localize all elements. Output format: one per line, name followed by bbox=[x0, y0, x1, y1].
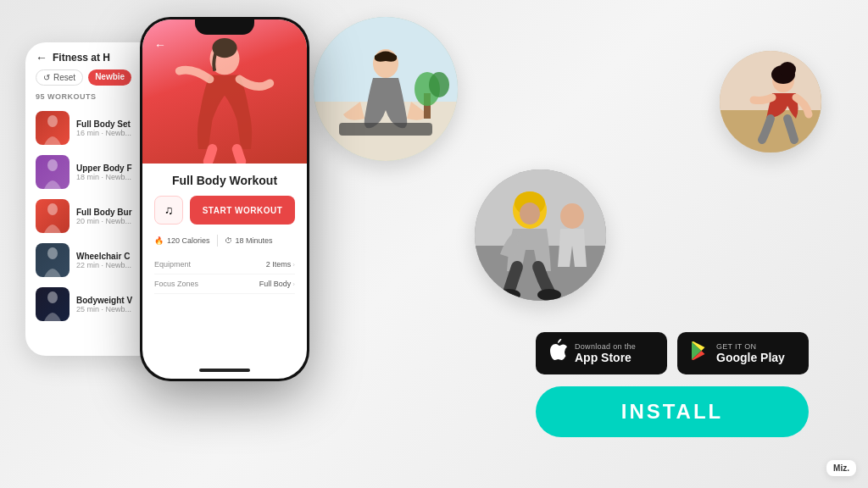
timer-icon: ⏱ bbox=[225, 236, 232, 245]
bg-phone-title: Fitness at H bbox=[53, 52, 110, 64]
equipment-label: Equipment bbox=[154, 260, 191, 269]
svg-point-4 bbox=[47, 291, 58, 303]
circle-image-yoga bbox=[314, 17, 458, 161]
fire-icon: 🔥 bbox=[154, 236, 164, 245]
google-play-button[interactable]: GET IT ON Google Play bbox=[677, 332, 809, 374]
install-button[interactable]: INSTALL bbox=[536, 386, 809, 437]
workout-thumb bbox=[36, 199, 70, 233]
start-workout-button[interactable]: START WORKOUT bbox=[190, 196, 295, 225]
reset-filter[interactable]: ↺ Reset bbox=[36, 69, 83, 86]
equipment-value: 2 Items bbox=[266, 260, 292, 269]
workout-thumb bbox=[36, 243, 70, 277]
phone-notch bbox=[195, 19, 254, 35]
seated-person-svg bbox=[475, 169, 606, 301]
hero-image: ← bbox=[142, 19, 307, 164]
circle-image-seated bbox=[475, 169, 606, 301]
store-buttons-container: Download on the App Store GET IT ON Goog… bbox=[536, 332, 809, 374]
stat-divider bbox=[217, 235, 218, 247]
chevron-icon: › bbox=[292, 280, 295, 288]
workout-controls: ♫ START WORKOUT bbox=[154, 196, 295, 225]
circle-image-pose bbox=[720, 51, 821, 152]
svg-point-20 bbox=[779, 62, 796, 77]
workout-thumb bbox=[36, 111, 70, 145]
svg-point-26 bbox=[520, 202, 540, 225]
minutes-stat: ⏱ 18 Minutes bbox=[225, 236, 273, 245]
focus-value: Full Body bbox=[259, 280, 292, 288]
hero-back-arrow[interactable]: ← bbox=[154, 38, 166, 52]
svg-point-15 bbox=[429, 72, 449, 97]
back-arrow-icon: ← bbox=[36, 51, 47, 64]
svg-point-29 bbox=[560, 203, 584, 229]
pose-person-svg bbox=[720, 51, 821, 152]
svg-rect-12 bbox=[339, 123, 432, 136]
hero-person-svg bbox=[142, 19, 307, 164]
workout-thumb bbox=[36, 155, 70, 189]
google-play-name: Google Play bbox=[716, 351, 785, 364]
app-store-button[interactable]: Download on the App Store bbox=[536, 332, 667, 374]
equipment-row[interactable]: Equipment 2 Items › bbox=[154, 255, 295, 274]
workout-title: Full Body Workout bbox=[154, 174, 295, 187]
install-label: INSTALL bbox=[621, 400, 724, 423]
chevron-icon: › bbox=[292, 261, 295, 269]
focus-label: Focus Zones bbox=[154, 280, 198, 288]
svg-point-3 bbox=[47, 247, 58, 259]
workout-thumb bbox=[36, 287, 70, 321]
right-panel: Download on the App Store GET IT ON Goog… bbox=[536, 332, 809, 437]
reset-label: Reset bbox=[53, 73, 75, 82]
made-badge: Miz. bbox=[826, 460, 856, 476]
svg-point-2 bbox=[47, 203, 58, 215]
yoga-person-svg bbox=[314, 17, 458, 161]
svg-point-1 bbox=[47, 159, 58, 171]
google-play-icon bbox=[689, 341, 709, 366]
phone-bottom-bar bbox=[199, 369, 250, 372]
minutes-value: 18 Minutes bbox=[236, 236, 273, 245]
reset-icon: ↺ bbox=[43, 73, 50, 82]
phone-content: Full Body Workout ♫ START WORKOUT 🔥 120 … bbox=[142, 164, 307, 304]
music-button[interactable]: ♫ bbox=[154, 196, 183, 225]
app-store-sub: Download on the bbox=[575, 342, 636, 351]
main-phone: ← Full Body Workout ♫ START WO bbox=[140, 17, 309, 381]
google-play-sub: GET IT ON bbox=[716, 342, 785, 351]
calories-value: 120 Calories bbox=[167, 236, 210, 245]
focus-zones-row[interactable]: Focus Zones Full Body › bbox=[154, 274, 295, 294]
svg-point-0 bbox=[47, 115, 58, 127]
apple-icon bbox=[548, 339, 568, 368]
newbie-filter[interactable]: Newbie bbox=[88, 69, 131, 86]
calories-stat: 🔥 120 Calories bbox=[154, 236, 210, 245]
stats-row: 🔥 120 Calories ⏱ 18 Minutes bbox=[154, 235, 295, 247]
app-store-name: App Store bbox=[575, 351, 636, 364]
